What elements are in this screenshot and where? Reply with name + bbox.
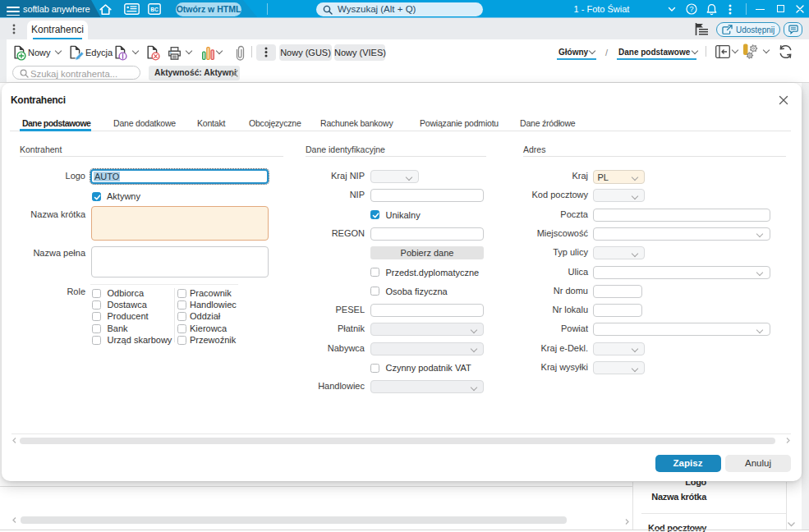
svg-text:BC: BC [150, 7, 159, 12]
svg-text:?: ? [689, 5, 693, 13]
